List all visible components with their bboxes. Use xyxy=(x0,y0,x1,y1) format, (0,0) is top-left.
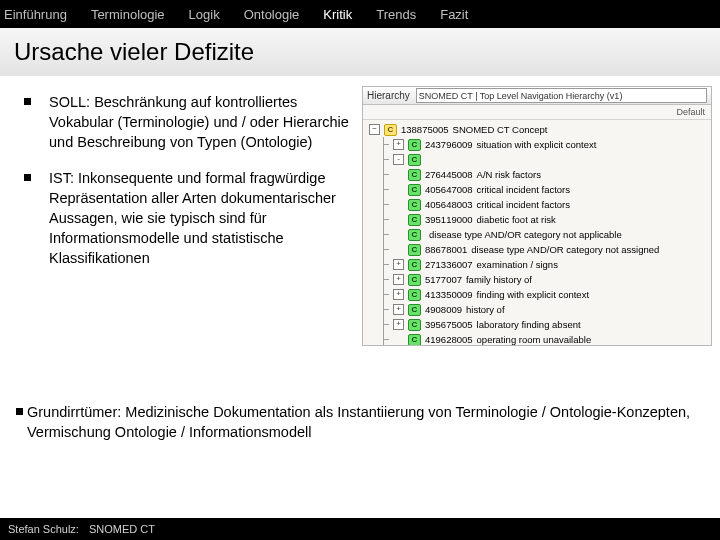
concept-code: 4908009 xyxy=(425,304,462,315)
bullet-icon xyxy=(16,408,23,415)
nav-item-einführung[interactable]: Einführung xyxy=(4,7,67,22)
tree-node[interactable]: +C243796009situation with explicit conte… xyxy=(369,137,711,152)
concept-label: diabetic foot at risk xyxy=(477,214,556,225)
concept-code: 395675005 xyxy=(425,319,473,330)
concept-label: SNOMED CT Concept xyxy=(453,124,548,135)
concept-icon: C xyxy=(408,304,421,316)
concept-label: history of xyxy=(466,304,505,315)
tree-node[interactable]: +C4908009history of xyxy=(369,302,711,317)
footnote-text: Grundirrtümer: Medizinische Dokumentatio… xyxy=(27,402,704,443)
concept-code: 243796009 xyxy=(425,139,473,150)
expand-icon[interactable]: + xyxy=(393,139,404,150)
bullet-item: IST: Inkonsequente und formal fragwürdig… xyxy=(24,168,354,268)
nav-item-terminologie[interactable]: Terminologie xyxy=(91,7,165,22)
tree-node[interactable]: C395119000diabetic foot at risk xyxy=(369,212,711,227)
bullet-icon xyxy=(24,174,31,181)
concept-icon: C xyxy=(408,199,421,211)
concept-icon: C xyxy=(408,184,421,196)
tree-connector xyxy=(379,137,389,152)
tree-node[interactable]: +C271336007examination / signs xyxy=(369,257,711,272)
tree-node[interactable]: C405647008critical incident factors xyxy=(369,182,711,197)
tree-node[interactable]: +C413350009finding with explicit context xyxy=(369,287,711,302)
bullet-item: SOLL: Beschränkung auf kontrolliertes Vo… xyxy=(24,92,354,152)
expand-icon[interactable]: + xyxy=(393,319,404,330)
concept-label: disease type AND/OR category not assigne… xyxy=(471,244,659,255)
concept-icon: C xyxy=(408,229,421,241)
expand-icon[interactable]: + xyxy=(393,304,404,315)
tree-node[interactable]: +C395675005laboratory finding absent xyxy=(369,317,711,332)
concept-label: A/N risk factors xyxy=(477,169,541,180)
concept-label: critical incident factors xyxy=(477,199,570,210)
tree-connector xyxy=(379,197,389,212)
concept-icon: C xyxy=(408,214,421,226)
concept-code: 138875005 xyxy=(401,124,449,135)
expand-icon[interactable]: + xyxy=(393,274,404,285)
tree-connector xyxy=(379,167,389,182)
bullet-list: SOLL: Beschränkung auf kontrolliertes Vo… xyxy=(24,92,354,284)
tree-connector xyxy=(379,257,389,272)
snomed-header: Hierarchy SNOMED CT | Top Level Navigati… xyxy=(363,87,711,105)
concept-icon: C xyxy=(408,259,421,271)
concept-label: situation with explicit context xyxy=(477,139,597,150)
concept-icon: C xyxy=(408,169,421,181)
concept-icon: C xyxy=(408,289,421,301)
concept-label: family history of xyxy=(466,274,532,285)
concept-label: disease type AND/OR category not applica… xyxy=(429,229,622,240)
tree-node[interactable]: Cdisease type AND/OR category not applic… xyxy=(369,227,711,242)
concept-code: 276445008 xyxy=(425,169,473,180)
concept-label: critical incident factors xyxy=(477,184,570,195)
nav-bar: EinführungTerminologieLogikOntologieKrit… xyxy=(0,0,720,28)
expand-icon[interactable]: − xyxy=(369,124,380,135)
expand-icon[interactable]: + xyxy=(393,289,404,300)
concept-code: 405648003 xyxy=(425,199,473,210)
concept-icon: C xyxy=(408,274,421,286)
tree-connector xyxy=(379,272,389,287)
tree-connector xyxy=(379,242,389,257)
concept-icon: C xyxy=(408,139,421,151)
concept-icon: C xyxy=(408,334,421,346)
tree-node[interactable]: C419628005operating room unavailable xyxy=(369,332,711,346)
concept-code: 405647008 xyxy=(425,184,473,195)
concept-icon: C xyxy=(384,124,397,136)
footer-topic: SNOMED CT xyxy=(89,523,155,535)
bullet-text: SOLL: Beschränkung auf kontrolliertes Vo… xyxy=(49,92,354,152)
nav-item-trends[interactable]: Trends xyxy=(376,7,416,22)
snomed-tree[interactable]: − C 138875005 SNOMED CT Concept +C243796… xyxy=(363,120,711,346)
expand-icon[interactable]: + xyxy=(393,259,404,270)
nav-item-logik[interactable]: Logik xyxy=(189,7,220,22)
concept-code: 419628005 xyxy=(425,334,473,345)
footer-author: Stefan Schulz: xyxy=(8,523,79,535)
nav-item-ontologie[interactable]: Ontologie xyxy=(244,7,300,22)
concept-icon: C xyxy=(408,244,421,256)
collapse-icon[interactable]: - xyxy=(393,154,404,165)
tree-node[interactable]: C405648003critical incident factors xyxy=(369,197,711,212)
tree-connector xyxy=(379,332,389,346)
slide-title: Ursache vieler Defizite xyxy=(0,28,720,76)
concept-icon: C xyxy=(408,154,421,166)
concept-code: 271336007 xyxy=(425,259,473,270)
tree-connector xyxy=(379,227,389,242)
bullet-text: IST: Inkonsequente und formal fragwürdig… xyxy=(49,168,354,268)
snomed-hierarchy-panel: Hierarchy SNOMED CT | Top Level Navigati… xyxy=(362,86,712,346)
nav-item-kritik[interactable]: Kritik xyxy=(323,7,352,22)
tree-connector xyxy=(379,182,389,197)
tree-node[interactable]: C88678001disease type AND/OR category no… xyxy=(369,242,711,257)
snomed-subheader: Default xyxy=(363,105,711,120)
concept-code: 395119000 xyxy=(425,214,473,225)
tree-connector xyxy=(379,302,389,317)
tree-node[interactable]: C276445008A/N risk factors xyxy=(369,167,711,182)
footnote-bullet: Grundirrtümer: Medizinische Dokumentatio… xyxy=(16,402,704,443)
footer-bar: Stefan Schulz: SNOMED CT xyxy=(0,518,720,540)
hierarchy-dropdown[interactable]: SNOMED CT | Top Level Navigation Hierarc… xyxy=(416,88,707,103)
concept-label: operating room unavailable xyxy=(477,334,592,345)
tree-node[interactable]: -C xyxy=(369,152,711,167)
concept-code: 5177007 xyxy=(425,274,462,285)
concept-label: finding with explicit context xyxy=(477,289,589,300)
hierarchy-label: Hierarchy xyxy=(367,90,410,101)
nav-item-fazit[interactable]: Fazit xyxy=(440,7,468,22)
concept-icon: C xyxy=(408,319,421,331)
default-tag: Default xyxy=(676,107,705,117)
tree-connector xyxy=(379,287,389,302)
tree-root[interactable]: − C 138875005 SNOMED CT Concept xyxy=(369,122,711,137)
tree-node[interactable]: +C5177007family history of xyxy=(369,272,711,287)
